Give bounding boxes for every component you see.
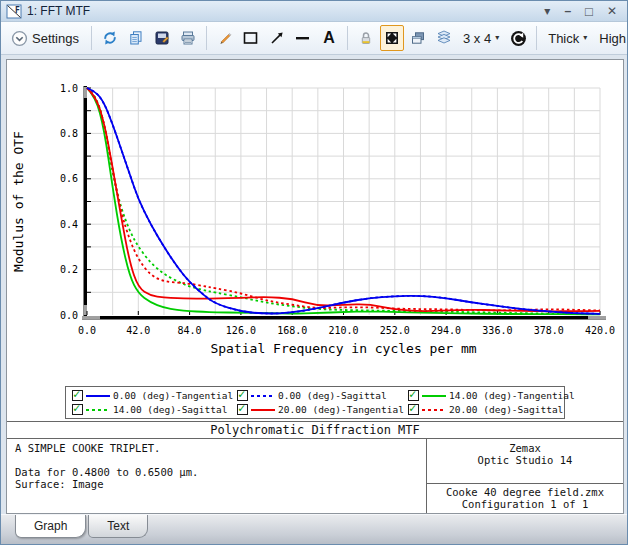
x-axis bbox=[82, 316, 606, 320]
x-tick-label: 210.0 bbox=[328, 325, 358, 336]
legend-checkbox[interactable]: ✓ bbox=[237, 390, 248, 401]
toolbar-separator bbox=[536, 26, 537, 50]
window-arrange-button[interactable] bbox=[406, 25, 430, 51]
legend-label: 0.00 (deg)-Tangential bbox=[113, 390, 233, 401]
print-button[interactable] bbox=[176, 25, 200, 51]
legend-entry: ✓20.00 (deg)-Tangential bbox=[237, 404, 404, 415]
graph-panel: 0.042.084.0126.0168.0210.0252.0294.0336.… bbox=[6, 59, 624, 514]
legend-checkbox[interactable]: ✓ bbox=[408, 390, 419, 401]
layers-button[interactable] bbox=[432, 25, 456, 51]
x-tick-label: 336.0 bbox=[482, 325, 512, 336]
check-icon: ✓ bbox=[238, 387, 245, 401]
pencil-icon bbox=[217, 30, 233, 46]
tab-graph[interactable]: Graph bbox=[15, 515, 86, 538]
caret-down-icon: ▾ bbox=[495, 34, 499, 42]
mtf-chart: 0.042.084.0126.0168.0210.0252.0294.0336.… bbox=[7, 60, 623, 378]
x-tick-label: 168.0 bbox=[277, 325, 307, 336]
line-annotation-button[interactable] bbox=[291, 25, 315, 51]
footer-line: A SIMPLE COOKE TRIPLET. bbox=[15, 442, 418, 454]
legend-checkbox[interactable]: ✓ bbox=[72, 404, 83, 415]
y-axis-handle bbox=[84, 305, 88, 315]
legend-entry: ✓0.00 (deg)-Tangential bbox=[72, 390, 233, 401]
rectangle-icon bbox=[242, 30, 259, 46]
window-menu-icon[interactable]: ▾ bbox=[544, 5, 550, 17]
chart-area: 0.042.084.0126.0168.0210.0252.0294.0336.… bbox=[7, 60, 623, 382]
check-icon: ✓ bbox=[238, 401, 245, 415]
footer-line: Surface: Image bbox=[15, 478, 418, 490]
refresh-button[interactable] bbox=[98, 25, 122, 51]
footer-line: Cooke 40 degree field.zmx bbox=[427, 486, 623, 498]
lock-button[interactable] bbox=[354, 25, 378, 51]
grid-size-dropdown[interactable]: 3 x 4 ▾ bbox=[458, 25, 504, 51]
copy-button[interactable] bbox=[124, 25, 148, 51]
legend-label: 20.00 (deg)-Sagittal bbox=[449, 404, 563, 415]
y-tick-label: 1.0 bbox=[60, 83, 78, 94]
x-axis-handle bbox=[82, 316, 100, 320]
line-thickness-dropdown[interactable]: Thick ▾ bbox=[543, 25, 592, 51]
text-annotation-button[interactable]: A bbox=[317, 25, 341, 51]
settings-label: Settings bbox=[32, 31, 79, 46]
quality-label: High bbox=[599, 31, 626, 46]
toolbar-separator bbox=[347, 26, 348, 50]
tab-text[interactable]: Text bbox=[88, 515, 148, 538]
check-icon: ✓ bbox=[409, 401, 416, 415]
legend-entry: ✓20.00 (deg)-Sagittal bbox=[408, 404, 575, 415]
footer-line: Configuration 1 of 1 bbox=[427, 498, 623, 510]
maximize-button[interactable]: □ bbox=[585, 5, 593, 18]
rectangle-annotation-button[interactable] bbox=[239, 25, 263, 51]
tab-bar: Graph Text bbox=[1, 514, 627, 544]
close-button[interactable]: ✕ bbox=[607, 5, 617, 17]
x-tick-label: 252.0 bbox=[380, 325, 410, 336]
x-tick-label: 294.0 bbox=[431, 325, 461, 336]
app-icon: F bbox=[6, 4, 22, 19]
y-tick-label: 0.4 bbox=[60, 219, 78, 230]
legend: ✓0.00 (deg)-Tangential✓0.00 (deg)-Sagitt… bbox=[65, 386, 565, 419]
x-tick-label: 42.0 bbox=[126, 325, 150, 336]
fft-mtf-window: F 1: FFT MTF ▾ – □ ✕ Settings bbox=[0, 0, 628, 545]
fit-window-button[interactable] bbox=[380, 25, 404, 51]
arrow-icon bbox=[269, 30, 285, 46]
quality-dropdown[interactable]: High ▾ bbox=[594, 25, 628, 51]
toolbar-separator bbox=[206, 26, 207, 50]
layers-icon bbox=[436, 30, 452, 46]
file-cell: Cooke 40 degree field.zmx Configuration … bbox=[427, 483, 623, 513]
legend-checkbox[interactable]: ✓ bbox=[72, 390, 83, 401]
save-image-button[interactable] bbox=[150, 25, 174, 51]
footer: Polychromatic Diffraction MTF A SIMPLE C… bbox=[7, 421, 623, 513]
legend-label: 14.00 (deg)-Sagittal bbox=[113, 404, 227, 415]
caret-down-icon: ▾ bbox=[583, 34, 587, 42]
plot-title: Polychromatic Diffraction MTF bbox=[7, 422, 623, 439]
window-arrange-icon bbox=[410, 30, 426, 46]
minimize-button[interactable]: – bbox=[564, 5, 571, 17]
legend-label: 20.00 (deg)-Tangential bbox=[278, 404, 404, 415]
lens-notes-cell: A SIMPLE COOKE TRIPLET. Data for 0.4800 … bbox=[7, 439, 427, 513]
legend-line-sample bbox=[86, 409, 110, 411]
toolbar-separator bbox=[91, 26, 92, 50]
arrow-annotation-button[interactable] bbox=[265, 25, 289, 51]
y-axis-title: Modulus of the OTF bbox=[11, 131, 26, 272]
x-axis-title: Spatial Frequency in cycles per mm bbox=[210, 341, 476, 356]
footer-line: Optic Studio 14 bbox=[427, 454, 623, 466]
line-icon bbox=[294, 30, 311, 46]
legend-label: 14.00 (deg)-Tangential bbox=[449, 390, 575, 401]
pencil-annotation-button[interactable] bbox=[213, 25, 237, 51]
legend-line-sample bbox=[422, 409, 446, 411]
settings-button[interactable]: Settings bbox=[5, 25, 85, 51]
titlebar: F 1: FFT MTF ▾ – □ ✕ bbox=[1, 1, 627, 22]
legend-checkbox[interactable]: ✓ bbox=[408, 404, 419, 415]
check-icon: ✓ bbox=[73, 401, 80, 415]
toolbar: Settings bbox=[1, 22, 627, 55]
x-tick-label: 378.0 bbox=[534, 325, 564, 336]
settings-chevron-icon bbox=[11, 30, 28, 47]
grid-size-label: 3 x 4 bbox=[463, 31, 491, 46]
window-title: 1: FFT MTF bbox=[27, 4, 90, 18]
reset-button[interactable] bbox=[506, 25, 530, 51]
x-axis-handle bbox=[588, 316, 606, 320]
y-axis bbox=[84, 86, 88, 317]
legend-checkbox[interactable]: ✓ bbox=[237, 404, 248, 415]
legend-label: 0.00 (deg)-Sagittal bbox=[278, 390, 387, 401]
legend-line-sample bbox=[422, 395, 446, 397]
y-tick-label: 0.0 bbox=[60, 310, 78, 321]
footer-line: Data for 0.4800 to 0.6500 µm. bbox=[15, 466, 418, 478]
x-tick-label: 126.0 bbox=[226, 325, 256, 336]
